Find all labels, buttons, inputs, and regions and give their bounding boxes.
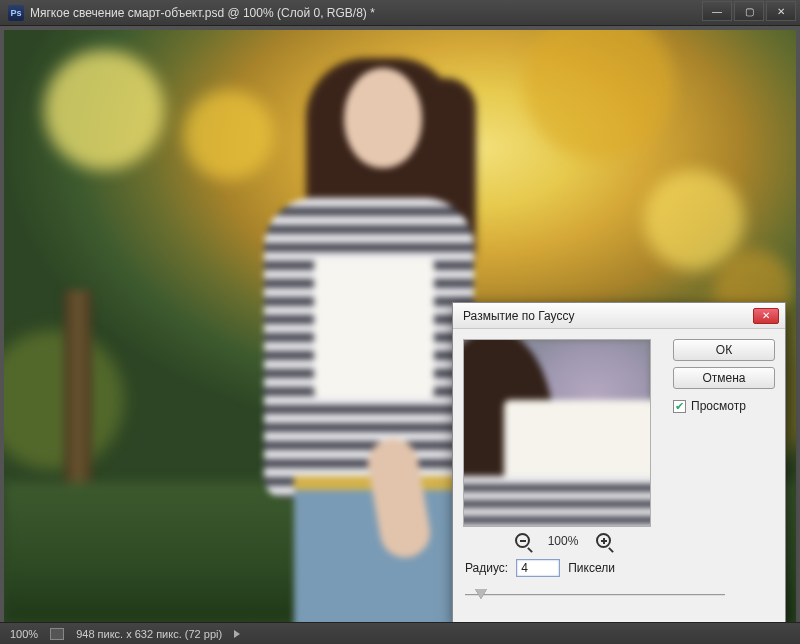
preview-zoom-level: 100% <box>548 534 579 548</box>
window-title-bar: Ps Мягкое свечение смарт-объект.psd @ 10… <box>0 0 800 26</box>
photoshop-window: Ps Мягкое свечение смарт-объект.psd @ 10… <box>0 0 800 644</box>
status-doc-info: 948 пикс. x 632 пикс. (72 ppi) <box>76 628 222 640</box>
app-icon: Ps <box>8 5 24 21</box>
close-button[interactable]: ✕ <box>766 1 796 21</box>
gaussian-blur-dialog: Размытие по Гауссу ✕ 100% <box>452 302 786 622</box>
ok-button[interactable]: ОК <box>673 339 775 361</box>
minimize-button[interactable]: — <box>702 1 732 21</box>
dialog-title-bar[interactable]: Размытие по Гауссу ✕ <box>453 303 785 329</box>
dialog-title: Размытие по Гауссу <box>463 309 753 323</box>
radius-label: Радиус: <box>465 561 508 575</box>
window-controls: — ▢ ✕ <box>700 0 800 25</box>
status-menu-arrow-icon[interactable] <box>234 630 240 638</box>
radius-slider[interactable] <box>465 587 725 603</box>
preview-checkbox[interactable]: ✔ <box>673 400 686 413</box>
zoom-out-icon[interactable] <box>515 533 530 548</box>
zoom-in-icon[interactable] <box>596 533 611 548</box>
radius-unit: Пиксели <box>568 561 615 575</box>
slider-thumb-icon[interactable] <box>475 589 487 599</box>
preview-checkbox-label: Просмотр <box>691 399 746 413</box>
window-title: Мягкое свечение смарт-объект.psd @ 100% … <box>30 6 700 20</box>
filter-preview[interactable] <box>463 339 651 527</box>
doc-info-icon[interactable] <box>50 628 64 640</box>
maximize-button[interactable]: ▢ <box>734 1 764 21</box>
cancel-button[interactable]: Отмена <box>673 367 775 389</box>
status-bar: 100% 948 пикс. x 632 пикс. (72 ppi) <box>0 622 800 644</box>
dialog-close-button[interactable]: ✕ <box>753 308 779 324</box>
radius-input[interactable]: 4 <box>516 559 560 577</box>
canvas-area: Размытие по Гауссу ✕ 100% <box>0 26 800 622</box>
status-zoom[interactable]: 100% <box>10 628 38 640</box>
